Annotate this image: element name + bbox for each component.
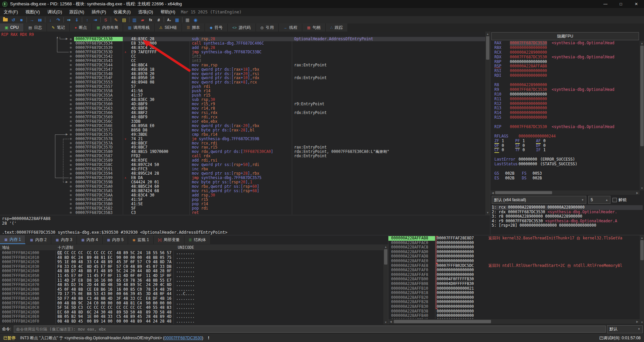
tab-script[interactable]: ☰脚本 bbox=[182, 23, 205, 32]
label-icon[interactable]: # bbox=[155, 16, 163, 23]
stack-row[interactable]: 000000A228AFFB280000000000000000 bbox=[388, 300, 640, 304]
disasm-row[interactable]: 00007FF687DC353D∧E9 7AFEFFFFjmp synthesi… bbox=[0, 50, 485, 54]
dump-row[interactable]: 00007FFFB02410A05D F7 48 8BC3 48 8B 4D3F… bbox=[0, 296, 383, 301]
disasm-row[interactable]: 00007FF687DC359448:895C24 28mov qword pt… bbox=[0, 171, 485, 176]
tab-call-stack[interactable]: ▥调用堆栈 bbox=[123, 23, 154, 32]
disasm-row[interactable]: 00007FF687DC3599∧EB DAjmp synthesia-dbg.… bbox=[0, 176, 485, 180]
breakpoint-dot[interactable] bbox=[69, 163, 74, 167]
breakpoint-dot[interactable] bbox=[69, 46, 74, 50]
disasm-row[interactable]: 00007FF687DC3578∨74 21je synthesia-dbg.7… bbox=[0, 137, 485, 141]
menu-选项[interactable]: 选项(O) bbox=[135, 8, 157, 16]
tab-struct[interactable]: ☰结构体 bbox=[184, 235, 211, 244]
flags-row[interactable]: CF0TF0IF1 bbox=[494, 148, 639, 153]
breakpoint-dot[interactable] bbox=[69, 154, 74, 158]
disasm-row[interactable]: 00007FF687DC354B48:8970 20mov qword ptr … bbox=[0, 72, 485, 76]
register-rbp[interactable]: RBP0000000000000000 bbox=[494, 60, 639, 64]
stack-row[interactable]: 000000A228AFFB00000004F0FFFFFB30 bbox=[388, 277, 640, 282]
dump-row[interactable]: 00007FFFB02410907D 17 75 0EB8 53 43 0000… bbox=[0, 292, 383, 296]
breakpoint-dot[interactable] bbox=[69, 158, 74, 163]
disasm-row[interactable]: 00007FF687DC356948:8BF9mov rdi,rcx bbox=[0, 115, 485, 119]
disasm-row[interactable]: 00007FF687DC35728858 D8mov byte ptr ds:[… bbox=[0, 128, 485, 132]
breakpoint-dot[interactable] bbox=[69, 111, 74, 115]
dump-row[interactable]: 00007FFFB024105011 45 E7 0F11 45 F7 0F11… bbox=[0, 274, 383, 278]
flags-row[interactable]: OF0SF0DF0 bbox=[494, 144, 639, 148]
breakpoint-dot[interactable] bbox=[69, 93, 74, 98]
breakpoint-dot[interactable] bbox=[69, 76, 74, 80]
run-to-user-code-icon[interactable]: ⇥ bbox=[91, 16, 99, 23]
disasm-row[interactable]: 00007FF687DC355348:8948 08mov qword ptr … bbox=[0, 80, 485, 84]
command-input[interactable] bbox=[14, 326, 606, 333]
log-syscalls-icon[interactable]: S bbox=[102, 16, 110, 23]
tab-handles[interactable]: ▦句柄 bbox=[302, 23, 325, 32]
breakpoint-dot[interactable] bbox=[69, 124, 74, 128]
disasm-row[interactable]: 00007FF687DC359BC64424 20 01mov byte ptr… bbox=[0, 180, 485, 184]
breakpoint-dot[interactable] bbox=[69, 41, 74, 46]
breakpoint-dot[interactable] bbox=[69, 206, 74, 211]
disasm-row[interactable]: 00007FF687DC359148:FFC3inc rbx bbox=[0, 167, 485, 171]
breakpoint-dot[interactable] bbox=[69, 106, 74, 111]
dump-row[interactable]: 00007FFFB024106011 4D 2F E8D8 16 16 0085… bbox=[0, 278, 383, 283]
disassembly-panel[interactable]: RIP RAX RDX R9 ▲▶▶▶ 00007FF687DC353048:8… bbox=[0, 32, 485, 215]
disasm-row[interactable]: 00007FF687DC356C33DBxor ebx,ebx bbox=[0, 119, 485, 124]
register-r11[interactable]: R110000000000000000 bbox=[494, 97, 639, 102]
tab-notes[interactable]: ✎笔记 bbox=[47, 23, 70, 32]
disasm-row[interactable]: 00007FF687DC356648:8BF2mov rsi,rdxrdx:En… bbox=[0, 111, 485, 115]
registers-hscrollbar[interactable]: ◀ ▶ bbox=[490, 190, 640, 195]
breakpoint-dot[interactable] bbox=[69, 211, 74, 215]
stack-vscrollbar[interactable]: ▲ ▼ bbox=[640, 235, 644, 325]
breakpoint-dot[interactable] bbox=[69, 150, 74, 154]
stack-row[interactable]: 000000A228AFFB480000000000000000 bbox=[388, 318, 640, 319]
tab-cpu[interactable]: ▣CPU bbox=[0, 23, 24, 32]
breakpoint-dot[interactable] bbox=[69, 98, 74, 102]
trace-into-icon[interactable]: ⇒ bbox=[65, 16, 73, 23]
restart-icon[interactable]: ↺ bbox=[9, 16, 17, 23]
register-r12[interactable]: R120000000000000000 bbox=[494, 102, 639, 106]
stack-row[interactable]: 000000A228AFFB08000004D0FFFFFB30 bbox=[388, 282, 640, 286]
tab-references[interactable]: ◎引用 bbox=[256, 23, 279, 32]
command-profile-select[interactable]: 默认▼ bbox=[607, 325, 643, 333]
disasm-row[interactable]: 00007FF687DC353948:83C4 28add rsp,28 bbox=[0, 46, 485, 50]
call-argument[interactable]: 1: rcx 000000A228900000 000000A228900000 bbox=[492, 205, 643, 210]
breakpoint-dot[interactable] bbox=[69, 102, 74, 106]
breakpoint-dot[interactable] bbox=[69, 176, 74, 180]
register-r15[interactable]: R150000000000000000 bbox=[494, 115, 639, 120]
disasm-row[interactable]: 00007FF687DC355C48:83EC 30sub rsp,30 bbox=[0, 98, 485, 102]
stack-panel[interactable]: 000000A228AFFAB800007FFFAF28E8D7返回到 kern… bbox=[388, 235, 644, 325]
tab-dump-1[interactable]: ▦内存 1 bbox=[0, 235, 25, 244]
dump-row[interactable]: 00007FFFB024108045 0F 48 8BCE E8 B6 1616… bbox=[0, 287, 383, 292]
disasm-row[interactable]: 00007FF687DC355A41:57push r15 bbox=[0, 93, 485, 98]
disasm-row[interactable]: 00007FF687DC357549:3BDEcmp rbx,r14 bbox=[0, 132, 485, 137]
disasm-row[interactable]: 00007FF687DC355757push rdi bbox=[0, 84, 485, 89]
step-over-icon[interactable]: ↷ bbox=[54, 16, 62, 23]
maximize-button[interactable]: □ bbox=[613, 0, 629, 8]
register-r10[interactable]: R100000000000000000 bbox=[494, 92, 639, 97]
tab-dump-3[interactable]: ▦内存 3 bbox=[51, 235, 77, 244]
menu-帮助[interactable]: 帮助(H) bbox=[157, 8, 179, 16]
breakpoint-dot[interactable] bbox=[69, 89, 74, 93]
patch-icon[interactable]: ✎ bbox=[112, 16, 120, 23]
dump-row[interactable]: 00007FFFB02410B000 48 8B 9C24 C0 00 0000… bbox=[0, 301, 383, 306]
flags-row[interactable]: ZF1PF1AF0 bbox=[494, 139, 639, 144]
register-rdx[interactable]: RDX00007FF687DC3530<synthesia-dbg.Option… bbox=[494, 55, 639, 60]
register-laststatus[interactable]: LastStatus00000000(STATUS_SUCCESS) bbox=[494, 162, 639, 167]
stack-row[interactable]: 000000A228AFFAE00000000000000000 bbox=[388, 259, 640, 264]
registers-panel[interactable]: 隐藏FPU RAX00007FF687DC3530<synthesia-dbg.… bbox=[490, 32, 644, 235]
tab-dump-5[interactable]: ▦内存 5 bbox=[103, 235, 128, 244]
call-argument[interactable]: 3: r8 000000A228900000 000000A228900000 bbox=[492, 214, 643, 219]
disasm-row[interactable]: 00007FF687DC357D49:8BC7mov rax,r15rax:En… bbox=[0, 145, 485, 150]
status-address-link[interactable]: 00007FF687DC3530 bbox=[164, 336, 202, 340]
dump-row[interactable]: 00007FFFB024101048 8D 6C 24B9 48 81 EC90… bbox=[0, 255, 383, 260]
dump-row[interactable]: 00007FFFB02410D0EC 60 48 8D6C 24 30 4889… bbox=[0, 310, 383, 315]
register-r9[interactable]: R900007FF687DC3530<synthesia-dbg.Optiona… bbox=[494, 88, 639, 92]
step-into-icon[interactable]: ↓ bbox=[46, 16, 54, 23]
breakpoint-dot[interactable] bbox=[69, 132, 74, 137]
disasm-row[interactable]: 00007FF687DC35AE41:5Fpop r15 bbox=[0, 197, 485, 202]
disasm-row[interactable]: 00007FF687DC3543CCint3 bbox=[0, 59, 485, 63]
breakpoint-dot[interactable] bbox=[69, 50, 74, 54]
preferences-icon[interactable]: ▦ bbox=[173, 16, 181, 23]
menu-视图[interactable]: 视图(V) bbox=[22, 8, 44, 16]
disasm-row[interactable]: 00007FF687DC358048:8B15 19D70600mov rdx,… bbox=[0, 150, 485, 154]
breakpoint-dot[interactable] bbox=[69, 197, 74, 202]
register-r8[interactable]: R8000000A228900000 bbox=[494, 83, 639, 88]
register-rcx[interactable]: RCX000000A228900000 bbox=[494, 50, 639, 55]
